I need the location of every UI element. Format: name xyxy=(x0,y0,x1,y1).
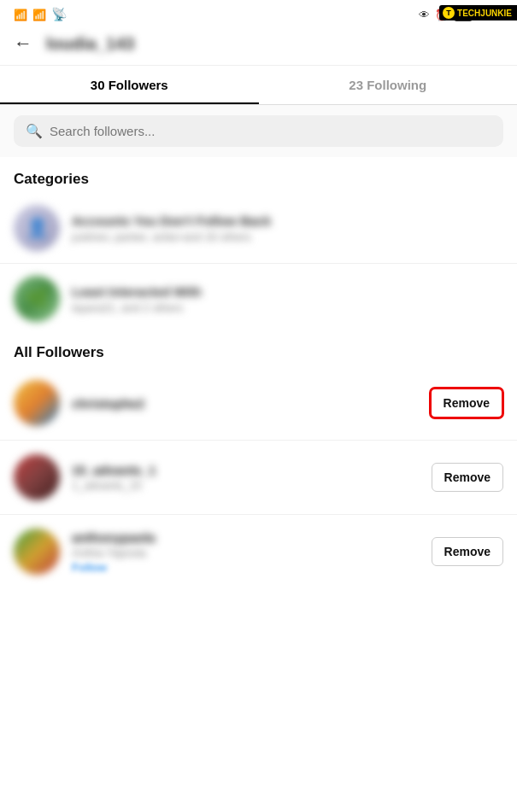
list-item: 15_advants_1 1_advants_15 Remove xyxy=(0,444,517,511)
avatar-icon: 👤 xyxy=(26,217,49,239)
category-item: 👤 Accounts You Don't Follow Back justine… xyxy=(0,196,517,260)
follower-sub: 1_advants_15 xyxy=(72,479,420,492)
tab-followers[interactable]: 30 Followers xyxy=(0,66,259,104)
search-container: 🔍 xyxy=(0,105,517,157)
category-item: 🌿 Least Interacted With tayara21, and 2 … xyxy=(0,267,517,330)
brand-icon: T xyxy=(443,7,455,19)
divider xyxy=(0,263,517,264)
follower-name: christophe2 xyxy=(72,396,418,411)
brand-name: TECHJUNKIE xyxy=(457,9,512,18)
follow-button-label[interactable]: Follow xyxy=(72,561,420,574)
follower-sub: Anthia Yaposta xyxy=(72,546,420,559)
list-item: christophe2 Remove xyxy=(0,370,517,436)
category-name: Accounts You Don't Follow Back xyxy=(72,213,271,228)
signal2-icon: 📶 xyxy=(32,9,46,21)
search-box: 🔍 xyxy=(14,115,503,147)
divider xyxy=(0,514,517,515)
avatar-icon: 🌿 xyxy=(26,288,49,310)
divider xyxy=(0,440,517,441)
follower-name: 15_advants_1 xyxy=(72,463,420,477)
category-text: Least Interacted With tayara21, and 2 ot… xyxy=(72,284,202,314)
avatar xyxy=(14,380,60,426)
category-sub: tayara21, and 2 others xyxy=(72,301,202,314)
avatar: 🌿 xyxy=(14,276,60,322)
follower-name: anthonypaola xyxy=(72,530,420,545)
brand-badge: T TECHJUNKIE xyxy=(439,5,517,20)
page-header: ← loudia_143 xyxy=(0,26,517,66)
follower-info: anthonypaola Anthia Yaposta Follow xyxy=(72,530,420,574)
tab-following[interactable]: 23 Following xyxy=(259,66,518,104)
tabs-container: 30 Followers 23 Following xyxy=(0,66,517,105)
category-name: Least Interacted With xyxy=(72,284,202,299)
categories-section-title: Categories xyxy=(0,157,517,196)
eye-icon: 👁 xyxy=(419,9,430,21)
category-sub: justinev, partee, anita+and 16 others xyxy=(72,231,271,243)
list-item: anthonypaola Anthia Yaposta Follow Remov… xyxy=(0,518,517,585)
follower-info: 15_advants_1 1_advants_15 xyxy=(72,463,420,492)
avatar xyxy=(14,529,60,575)
all-followers-section-title: All Followers xyxy=(0,330,517,370)
page-title: loudia_143 xyxy=(46,34,134,54)
remove-button[interactable]: Remove xyxy=(432,463,503,492)
remove-button[interactable]: Remove xyxy=(432,537,503,566)
search-input[interactable] xyxy=(50,124,491,138)
remove-button[interactable]: Remove xyxy=(430,388,503,418)
avatar: 👤 xyxy=(14,205,60,251)
avatar xyxy=(14,454,60,500)
wifi-icon: 📡 xyxy=(51,7,68,22)
category-text: Accounts You Don't Follow Back justinev,… xyxy=(72,213,271,243)
status-left: 📶 📶 📡 xyxy=(14,7,68,22)
back-button[interactable]: ← xyxy=(14,32,32,55)
follower-info: christophe2 xyxy=(72,396,418,411)
signal1-icon: 📶 xyxy=(14,9,27,21)
search-icon: 🔍 xyxy=(26,123,43,139)
